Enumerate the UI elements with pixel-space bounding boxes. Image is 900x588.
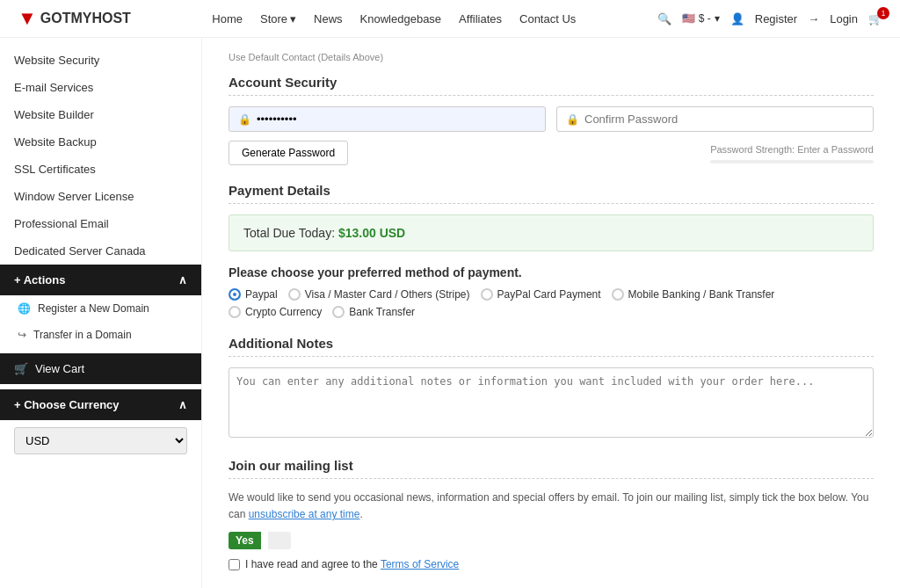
logo[interactable]: ▼ GOTMYHOST xyxy=(18,7,131,30)
login-link[interactable]: Login xyxy=(830,12,858,25)
actions-section[interactable]: + Actions ∧ xyxy=(0,265,201,295)
lock-icon: 🔒 xyxy=(238,113,251,126)
paypalcard-label: PayPal Card Payment xyxy=(497,288,601,301)
tos-row: I have read and agree to the Terms of Se… xyxy=(229,558,874,570)
payment-method-crypto[interactable]: Crypto Currency xyxy=(229,306,322,318)
unsubscribe-link[interactable]: unsubscribe at any time xyxy=(249,508,360,520)
payment-method-paypal[interactable]: Paypal xyxy=(229,288,278,301)
currency-select[interactable]: USD EUR GBP CAD xyxy=(14,427,187,454)
sidebar-item-ssl[interactable]: SSL Certificates xyxy=(0,156,201,183)
nav-knowledgebase[interactable]: Knowledgebase xyxy=(360,12,442,25)
chevron-down-icon: ▾ xyxy=(290,12,296,25)
crypto-label: Crypto Currency xyxy=(245,306,322,318)
toggle-yes[interactable]: Yes xyxy=(229,532,261,549)
notes-section: Additional Notes xyxy=(229,336,874,440)
cart-icon-sidebar: 🛒 xyxy=(14,362,28,375)
search-icon[interactable]: 🔍 xyxy=(657,12,671,25)
chevron-up-icon-currency: ∧ xyxy=(178,398,187,411)
payment-method-paypalcard[interactable]: PayPal Card Payment xyxy=(481,288,601,301)
tos-link[interactable]: Terms of Service xyxy=(381,558,459,570)
confirm-password-field-wrap: 🔒 xyxy=(556,106,874,132)
sidebar-item-email-services[interactable]: E-mail Services xyxy=(0,74,201,101)
password-strength-label: Password Strength: Enter a Password xyxy=(710,141,874,158)
main-content: Use Default Contact (Details Above) Acco… xyxy=(202,38,900,588)
payment-methods-row2: Crypto Currency Bank Transfer xyxy=(229,306,874,318)
password-strength-bar xyxy=(710,160,874,163)
account-security-title: Account Security xyxy=(229,75,874,96)
visa-label: Visa / Master Card / Others (Stripe) xyxy=(305,288,470,301)
logo-icon: ▼ xyxy=(18,7,37,30)
header: ▼ GOTMYHOST Home Store ▾ News Knowledgeb… xyxy=(0,0,900,38)
view-cart-button[interactable]: 🛒 View Cart xyxy=(0,353,201,384)
globe-icon: 🌐 xyxy=(18,302,31,315)
notes-textarea[interactable] xyxy=(229,367,874,438)
radio-paypal[interactable] xyxy=(229,288,241,301)
transfer-icon: ↪ xyxy=(18,329,26,341)
mobile-label: Mobile Banking / Bank Transfer xyxy=(628,288,775,301)
choose-currency-section[interactable]: + Choose Currency ∧ xyxy=(0,389,201,420)
login-icon: → xyxy=(808,12,819,25)
password-row: 🔒 🔒 xyxy=(229,106,874,132)
top-partial-text: Use Default Contact (Details Above) xyxy=(229,47,874,68)
choose-currency-label: + Choose Currency xyxy=(14,398,120,411)
page-layout: Website Security E-mail Services Website… xyxy=(0,38,900,588)
total-due-box: Total Due Today: $13.00 USD xyxy=(229,214,874,251)
password-field-wrap: 🔒 xyxy=(229,106,546,132)
sidebar-item-website-builder[interactable]: Website Builder xyxy=(0,101,201,128)
sidebar-item-dedicated-canada[interactable]: Dedicated Server Canada xyxy=(0,237,201,265)
tos-text: I have read and agree to the Terms of Se… xyxy=(245,558,459,570)
tos-checkbox[interactable] xyxy=(229,559,240,570)
toggle-no[interactable] xyxy=(268,532,291,549)
user-icon: 👤 xyxy=(730,12,744,25)
sidebar-item-website-security[interactable]: Website Security xyxy=(0,47,201,74)
chevron-down-icon: ▾ xyxy=(715,12,720,25)
flag-currency[interactable]: 🇺🇸 $ - ▾ xyxy=(682,12,720,25)
logo-text: GOTMYHOST xyxy=(40,11,131,26)
nav-home[interactable]: Home xyxy=(212,12,243,25)
cart-count: 1 xyxy=(877,7,889,19)
total-due-amount: $13.00 USD xyxy=(338,226,405,240)
radio-crypto[interactable] xyxy=(229,306,241,318)
sidebar-item-website-backup[interactable]: Website Backup xyxy=(0,128,201,156)
nav-affiliates[interactable]: Affiliates xyxy=(459,12,502,25)
transfer-domain-action[interactable]: ↪ Transfer in a Domain xyxy=(0,322,201,348)
transfer-domain-label: Transfer in a Domain xyxy=(33,329,132,341)
nav-store[interactable]: Store ▾ xyxy=(260,12,296,25)
toggle-row: Yes xyxy=(229,532,874,549)
lock-icon-confirm: 🔒 xyxy=(566,113,579,126)
radio-mobile[interactable] xyxy=(612,288,624,301)
payment-details-title: Payment Details xyxy=(229,183,874,204)
sidebar-item-windows-license[interactable]: Window Server License xyxy=(0,183,201,210)
register-link[interactable]: Register xyxy=(755,12,797,25)
additional-notes-title: Additional Notes xyxy=(229,336,874,357)
cart-icon[interactable]: 🛒 1 xyxy=(868,12,882,25)
payment-section: Payment Details Total Due Today: $13.00 … xyxy=(229,183,874,318)
view-cart-label: View Cart xyxy=(35,362,84,375)
mailing-title: Join our mailing list xyxy=(229,458,874,479)
nav-news[interactable]: News xyxy=(314,12,343,25)
chevron-up-icon: ∧ xyxy=(178,273,187,287)
sidebar: Website Security E-mail Services Website… xyxy=(0,38,202,588)
payment-method-visa[interactable]: Visa / Master Card / Others (Stripe) xyxy=(288,288,470,301)
payment-method-bank[interactable]: Bank Transfer xyxy=(332,306,415,318)
mailing-section: Join our mailing list We would like to s… xyxy=(229,458,874,570)
register-domain-action[interactable]: 🌐 Register a New Domain xyxy=(0,295,201,322)
currency-select-wrap: USD EUR GBP CAD xyxy=(0,420,201,461)
generate-password-button[interactable]: Generate Password xyxy=(229,141,348,165)
radio-paypalcard[interactable] xyxy=(481,288,493,301)
register-domain-label: Register a New Domain xyxy=(38,302,149,315)
flag-icon: 🇺🇸 xyxy=(682,12,695,25)
nav-contact[interactable]: Contact Us xyxy=(519,12,576,25)
radio-bank[interactable] xyxy=(332,306,345,318)
sidebar-item-professional-email[interactable]: Professional Email xyxy=(0,210,201,237)
actions-label: + Actions xyxy=(14,273,65,287)
bank-label: Bank Transfer xyxy=(349,306,415,318)
confirm-password-input[interactable] xyxy=(584,113,864,126)
main-nav: Home Store ▾ News Knowledgebase Affiliat… xyxy=(212,12,576,25)
radio-visa[interactable] xyxy=(288,288,301,301)
header-right: 🔍 🇺🇸 $ - ▾ 👤 Register → Login 🛒 1 xyxy=(657,12,882,25)
payment-method-mobile[interactable]: Mobile Banking / Bank Transfer xyxy=(612,288,775,301)
total-due-label: Total Due Today: xyxy=(243,226,335,240)
password-input[interactable] xyxy=(257,113,536,126)
payment-method-title: Please choose your preferred method of p… xyxy=(229,265,874,279)
